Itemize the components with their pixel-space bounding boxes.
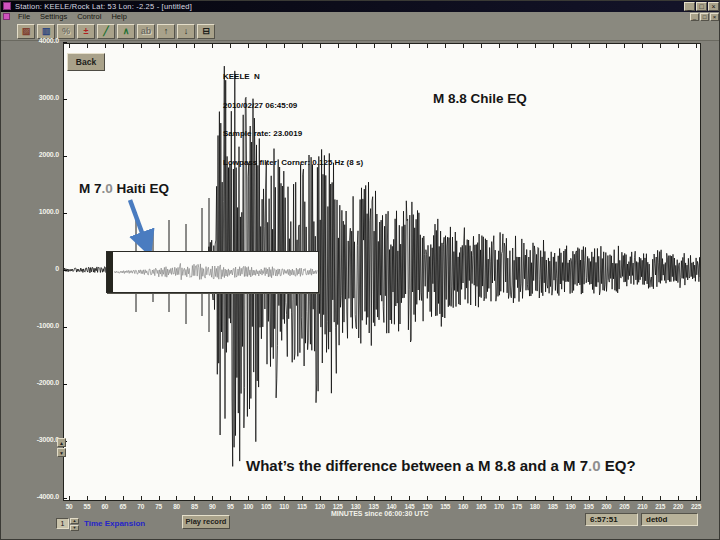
plot-top-tick xyxy=(176,44,177,48)
plot-top-tick xyxy=(553,44,554,48)
plot-bottom-tick xyxy=(678,496,679,501)
mdi-buttons: _□× xyxy=(690,13,719,21)
play-record-button[interactable]: Play record xyxy=(182,515,230,529)
haiti-label-gray: .0 xyxy=(102,181,113,196)
offset-icon[interactable]: ± xyxy=(77,24,95,39)
menu-items: FileSettingsControlHelp xyxy=(13,12,132,22)
trend-line-icon[interactable]: ╱ xyxy=(97,24,115,39)
window-title: Station: KEELE/Rock Lat: 53 Lon: -2.25 -… xyxy=(15,1,192,12)
plot-bottom-tick xyxy=(571,496,572,501)
plot-bottom-tick xyxy=(230,496,231,501)
close-button[interactable]: × xyxy=(708,2,719,11)
mdi-minimize-button[interactable]: _ xyxy=(690,13,699,21)
plot-top-tick xyxy=(517,44,518,48)
question-gray: .0 xyxy=(588,457,601,474)
plot-bottom-tick xyxy=(338,496,339,501)
print-icon[interactable]: ⊟ xyxy=(197,24,215,39)
text-icon: ab xyxy=(137,24,155,39)
plot-top-tick xyxy=(123,44,124,48)
plot-top-tick xyxy=(302,44,303,48)
y-tick-mark xyxy=(63,99,67,100)
plot-bottom-tick xyxy=(553,496,554,501)
plot-top-tick xyxy=(69,44,70,48)
menu-item-file[interactable]: File xyxy=(13,12,35,22)
plot-top-tick xyxy=(571,44,572,48)
plot-top-tick xyxy=(194,44,195,48)
mdi-close-button[interactable]: × xyxy=(710,13,719,21)
plot-top-tick xyxy=(356,44,357,48)
samplerate-line: Sample rate: 23.0019 xyxy=(223,129,363,139)
plot-bottom-tick xyxy=(248,496,249,501)
inset-left-bar xyxy=(107,252,113,292)
minimize-button[interactable]: _ xyxy=(684,2,695,11)
plot-top-tick xyxy=(660,44,661,48)
time-expansion-label: Time Expansion xyxy=(84,519,145,528)
haiti-seismogram-inset xyxy=(106,251,319,293)
menubar: FileSettingsControlHelp _□× xyxy=(1,12,720,22)
y-tick-mark xyxy=(63,156,67,157)
mdi-restore-button[interactable]: □ xyxy=(700,13,709,21)
question-post: EQ? xyxy=(601,457,636,474)
plot-bottom-tick xyxy=(212,496,213,501)
y-tick-label: 4000.0 xyxy=(13,37,59,44)
y-tick-label: 2000.0 xyxy=(13,151,59,158)
y-tick-mark xyxy=(63,498,67,499)
menu-item-help[interactable]: Help xyxy=(106,12,131,22)
plot-top-tick xyxy=(141,44,142,48)
filter-peak-icon[interactable]: ∧ xyxy=(117,24,135,39)
plot-bottom-tick xyxy=(624,496,625,501)
y-tick-mark xyxy=(63,42,67,43)
stepper-up-icon[interactable]: ▲ xyxy=(70,518,79,524)
plot-bottom-tick xyxy=(499,496,500,501)
haiti-label-post: Haiti EQ xyxy=(113,181,169,196)
y-tick-label: 1000.0 xyxy=(13,208,59,215)
plot-bottom-tick xyxy=(302,496,303,501)
question-pre: What’s the difference between a M 8.8 an… xyxy=(246,457,588,474)
plot-top-tick xyxy=(212,44,213,48)
app-window: Station: KEELE/Rock Lat: 53 Lon: -2.25 -… xyxy=(0,0,720,540)
time-expansion-value[interactable]: 1 xyxy=(56,518,69,529)
y-tick-mark xyxy=(63,270,67,271)
menu-item-control[interactable]: Control xyxy=(72,12,106,22)
plot-bottom-tick xyxy=(374,496,375,501)
back-button[interactable]: Back xyxy=(67,53,105,71)
plot-top-tick xyxy=(535,44,536,48)
plot-top-tick xyxy=(589,44,590,48)
y-tick-label: -2000.0 xyxy=(13,379,59,386)
y-tick-label: 0 xyxy=(13,265,59,272)
x-tick-label: 225 xyxy=(686,503,706,510)
filter-line: Lowpass filter Corner: 0.125 Hz (8 s) xyxy=(223,158,363,168)
plot-bottom-tick xyxy=(409,496,410,501)
plot-bottom-tick xyxy=(589,496,590,501)
y-tick-mark xyxy=(63,327,67,328)
scroll-up-icon[interactable]: ▲ xyxy=(57,438,66,447)
mdi-child-icon xyxy=(3,13,10,20)
record-info: KEELE N 2010/02/27 06:45:09 Sample rate:… xyxy=(223,53,363,186)
haiti-trace xyxy=(114,252,318,292)
station-line: KEELE N xyxy=(223,72,363,82)
restore-button[interactable]: □ xyxy=(696,2,707,11)
question-text: What’s the difference between a M 8.8 an… xyxy=(246,457,636,474)
plot-bottom-tick xyxy=(660,496,661,501)
plot-top-tick xyxy=(87,44,88,48)
plot-top-tick xyxy=(678,44,679,48)
y-tick-mark xyxy=(63,384,67,385)
haiti-label-pre: M 7 xyxy=(79,181,102,196)
menu-item-settings[interactable]: Settings xyxy=(35,12,72,22)
scroll-down-icon[interactable]: ▼ xyxy=(57,448,66,457)
plot-bottom-tick xyxy=(123,496,124,501)
toolbar: ▨▥%±╱∧ab↑↓⊟ xyxy=(1,22,720,41)
arrow-down-icon[interactable]: ↓ xyxy=(177,24,195,39)
plot-bottom-tick xyxy=(194,496,195,501)
time-expansion-stepper: ▲ ▼ xyxy=(70,518,79,529)
plot-top-tick xyxy=(159,44,160,48)
arrow-up-icon[interactable]: ↑ xyxy=(157,24,175,39)
window-buttons: _□× xyxy=(684,2,719,11)
plot-bottom-tick xyxy=(141,496,142,501)
app-icon xyxy=(3,2,11,10)
plot-top-tick xyxy=(320,44,321,48)
plot-top-tick xyxy=(445,44,446,48)
gain-icon: % xyxy=(57,24,75,39)
stepper-down-icon[interactable]: ▼ xyxy=(70,525,79,531)
plot-top-tick xyxy=(463,44,464,48)
